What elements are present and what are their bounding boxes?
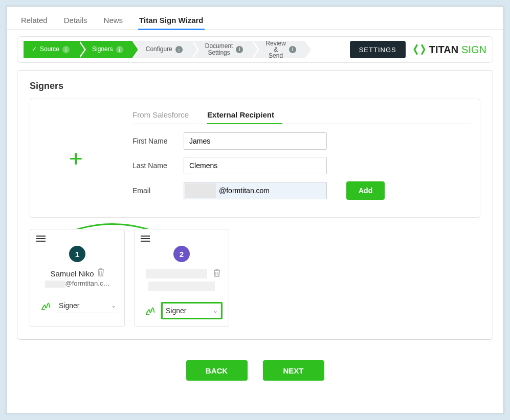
subtab-from-salesforce[interactable]: From Salesforce bbox=[132, 107, 197, 124]
info-icon: i bbox=[116, 46, 123, 53]
top-tabs: Related Details News Titan Sign Wizard bbox=[7, 7, 503, 30]
signer-role-select[interactable]: Signer ⌄ bbox=[161, 302, 223, 319]
chevron-down-icon: ⌄ bbox=[111, 302, 116, 309]
email-label: Email bbox=[132, 186, 174, 195]
step-signers-label: Signers bbox=[92, 46, 113, 53]
drag-handle-icon[interactable] bbox=[141, 236, 150, 242]
add-signer-row: + From Salesforce External Recipient Fir… bbox=[30, 99, 480, 218]
wizard-nav-buttons: BACK NEXT bbox=[17, 360, 493, 381]
first-name-row: First Name bbox=[132, 132, 470, 150]
signer-card-1: 1 Samuel Niko @formtitan.c… bbox=[30, 229, 125, 327]
subtab-external-recipient[interactable]: External Recipient bbox=[207, 107, 282, 124]
signer-source-tabs: From Salesforce External Recipient bbox=[132, 107, 470, 124]
first-name-label: First Name bbox=[132, 137, 174, 145]
step-review-label: Review&Send bbox=[265, 40, 285, 59]
check-icon: ✓ bbox=[32, 46, 37, 53]
step-document-settings[interactable]: DocumentSettings i bbox=[192, 41, 253, 58]
signer-order-badge: 2 bbox=[173, 246, 190, 262]
add-button[interactable]: Add bbox=[346, 181, 385, 200]
first-name-input[interactable] bbox=[184, 132, 327, 150]
step-review-send[interactable]: Review&Send i bbox=[252, 41, 305, 58]
delete-signer-icon[interactable] bbox=[213, 269, 220, 279]
app-window: Related Details News Titan Sign Wizard ✓… bbox=[6, 6, 504, 414]
email-redacted-prefix bbox=[45, 281, 65, 288]
signer-name bbox=[141, 268, 223, 279]
wizard-bar: ✓ Source i Signers i Configure i Documen… bbox=[17, 36, 493, 63]
step-source-label: Source bbox=[40, 46, 59, 53]
scroll-area[interactable]: ✓ Source i Signers i Configure i Documen… bbox=[7, 29, 503, 413]
next-button[interactable]: NEXT bbox=[263, 360, 324, 381]
settings-button[interactable]: SETTINGS bbox=[350, 41, 406, 58]
step-configure[interactable]: Configure i bbox=[132, 41, 192, 58]
last-name-input[interactable] bbox=[184, 157, 327, 174]
signer-name: Samuel Niko bbox=[36, 268, 118, 278]
back-button[interactable]: BACK bbox=[186, 360, 248, 381]
signer-card-2: 2 Signer ⌄ bbox=[134, 229, 229, 327]
plus-icon: + bbox=[69, 147, 83, 170]
info-icon: i bbox=[62, 46, 70, 53]
last-name-row: Last Name bbox=[132, 157, 470, 174]
add-signer-form: From Salesforce External Recipient First… bbox=[122, 99, 480, 217]
brand-main: TITAN bbox=[429, 44, 458, 56]
step-configure-label: Configure bbox=[146, 46, 172, 53]
signer-cards-row: 1 Samuel Niko @formtitan.c… bbox=[30, 229, 480, 327]
signer-email-text: @formtitan.c… bbox=[65, 279, 110, 287]
panel-title: Signers bbox=[30, 81, 480, 91]
signer-email-redacted bbox=[148, 282, 215, 291]
delete-signer-icon[interactable] bbox=[97, 268, 104, 278]
step-signers[interactable]: Signers i bbox=[79, 41, 132, 58]
step-source[interactable]: ✓ Source i bbox=[24, 41, 79, 58]
signature-icon bbox=[40, 299, 52, 313]
signer-role-value: Signer bbox=[59, 301, 79, 310]
last-name-label: Last Name bbox=[132, 161, 174, 170]
chevron-down-icon: ⌄ bbox=[213, 307, 218, 314]
step-docsettings-label: DocumentSettings bbox=[205, 43, 233, 56]
email-row: Email Add bbox=[132, 181, 470, 200]
signer-name-text: Samuel Niko bbox=[50, 269, 94, 278]
drag-handle-icon[interactable] bbox=[36, 236, 46, 242]
info-icon: i bbox=[175, 46, 183, 53]
signer-name-redacted bbox=[146, 269, 207, 278]
signer-email: @formtitan.c… bbox=[36, 279, 118, 288]
titan-logo-icon bbox=[413, 43, 426, 56]
signer-role-select[interactable]: Signer ⌄ bbox=[57, 299, 118, 313]
tab-details[interactable]: Details bbox=[63, 13, 88, 30]
signature-icon bbox=[145, 304, 156, 317]
signer-role-row: Signer ⌄ bbox=[36, 299, 118, 313]
info-icon: i bbox=[289, 46, 296, 53]
brand-accent: SIGN bbox=[461, 44, 486, 56]
tab-related[interactable]: Related bbox=[20, 13, 49, 30]
wizard-steps: ✓ Source i Signers i Configure i Documen… bbox=[24, 41, 346, 58]
tab-news[interactable]: News bbox=[103, 13, 124, 30]
email-redacted-prefix bbox=[185, 183, 216, 198]
signer-role-row: Signer ⌄ bbox=[141, 302, 223, 319]
tab-titan-sign-wizard[interactable]: Titan Sign Wizard bbox=[138, 13, 204, 30]
signers-panel: Signers + From Salesforce External Recip… bbox=[17, 70, 493, 340]
add-signer-plus-area[interactable]: + bbox=[30, 99, 122, 217]
info-icon: i bbox=[236, 46, 243, 53]
brand-logo: TITAN SIGN bbox=[413, 41, 486, 58]
signer-role-value: Signer bbox=[166, 307, 186, 315]
signer-order-badge: 1 bbox=[69, 246, 85, 262]
